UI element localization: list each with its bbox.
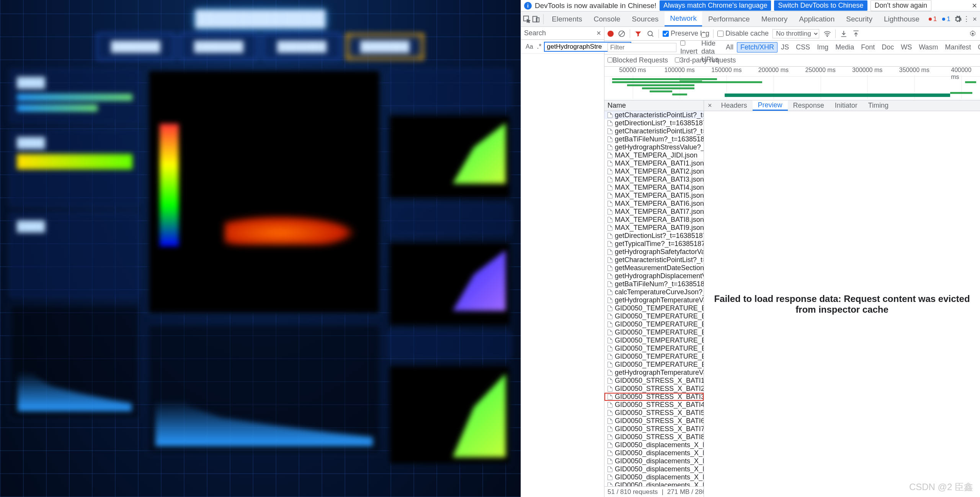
- search-icon[interactable]: [646, 30, 655, 38]
- type-filter-font[interactable]: Font: [858, 42, 878, 52]
- issues-indicator[interactable]: 1: [940, 15, 952, 23]
- request-row[interactable]: GID0050_TEMPERATURE_BATI3.json: [604, 320, 704, 328]
- type-filter-css[interactable]: CSS: [792, 42, 813, 52]
- type-filter-fetch-xhr[interactable]: Fetch/XHR: [737, 42, 777, 52]
- detail-tab-preview[interactable]: Preview: [753, 100, 788, 111]
- throttling-select[interactable]: No throttling: [773, 29, 819, 38]
- request-row[interactable]: getHydrographSafetyfactorValue?_t=: [604, 248, 704, 256]
- infobar-close-icon[interactable]: ×: [972, 1, 977, 11]
- type-filter-ws[interactable]: WS: [897, 42, 915, 52]
- request-row[interactable]: GID0050_STRESS_X_BATI5.json: [604, 409, 704, 417]
- request-row[interactable]: GID0050_TEMPERATURE_BATI1.json: [604, 304, 704, 312]
- main-tab-performance[interactable]: Performance: [703, 11, 755, 26]
- type-filter-js[interactable]: JS: [777, 42, 792, 52]
- request-row[interactable]: GID0050_TEMPERATURE_BATI8.json: [604, 361, 704, 369]
- request-row[interactable]: GID0050_STRESS_X_BATI4.json: [604, 401, 704, 409]
- search-regex-toggle[interactable]: .*: [537, 43, 542, 51]
- more-icon[interactable]: ⋮: [963, 13, 970, 26]
- request-row[interactable]: getHydrographDisplacementValue?_t: [604, 272, 704, 280]
- main-tab-elements[interactable]: Elements: [547, 11, 588, 26]
- search-close-icon[interactable]: ×: [596, 29, 601, 38]
- request-row[interactable]: GID0050_displacements_X_BATI3.json: [604, 457, 704, 465]
- request-row[interactable]: GID0050_STRESS_X_BATI2.json: [604, 385, 704, 393]
- name-column-header[interactable]: Name: [604, 100, 704, 111]
- clear-icon[interactable]: [617, 30, 626, 38]
- device-toolbar-icon[interactable]: [532, 13, 540, 26]
- filter-icon[interactable]: [634, 30, 642, 38]
- main-tab-memory[interactable]: Memory: [756, 11, 793, 26]
- import-har-icon[interactable]: [840, 30, 848, 38]
- request-row[interactable]: getCharacteristicPointList?_t=163851: [604, 256, 704, 264]
- type-filter-wasm[interactable]: Wasm: [915, 42, 941, 52]
- request-row[interactable]: MAX_TEMPERA_BATI7.json: [604, 208, 704, 216]
- infobar-switch-lang-button[interactable]: Switch DevTools to Chinese: [774, 0, 867, 11]
- disable-cache-checkbox[interactable]: Disable cache: [717, 30, 769, 38]
- request-row[interactable]: MAX_TEMPERA_BATI4.json: [604, 184, 704, 192]
- request-row[interactable]: MAX_TEMPERA_BATI9.json: [604, 224, 704, 232]
- request-row[interactable]: MAX_TEMPERA_BATI6.json: [604, 200, 704, 208]
- type-filter-manifest[interactable]: Manifest: [942, 42, 975, 52]
- detail-tab-response[interactable]: Response: [788, 100, 830, 111]
- request-row[interactable]: GID0050_STRESS_X_BATI6.json: [604, 417, 704, 425]
- request-row[interactable]: getMeasurementDateSection?_t=163: [604, 264, 704, 272]
- dashboard-btn-3[interactable]: ███████: [263, 33, 341, 60]
- request-row[interactable]: MAX_TEMPERA_BATI5.json: [604, 192, 704, 200]
- request-row[interactable]: GID0050_displacements_X_BATI5.json: [604, 473, 704, 481]
- infobar-match-lang-button[interactable]: Always match Chrome's language: [660, 0, 771, 11]
- main-tab-network[interactable]: Network: [665, 11, 702, 26]
- request-row[interactable]: MAX_TEMPERA_BATI8.json: [604, 216, 704, 224]
- record-button[interactable]: [608, 31, 614, 37]
- request-row[interactable]: GID0050_displacements_X_BATI6.json: [604, 481, 704, 486]
- blocked-requests-checkbox[interactable]: Blocked Requests: [608, 56, 668, 64]
- request-row[interactable]: MAX_TEMPERA_BATI2.json: [604, 167, 704, 176]
- main-tab-console[interactable]: Console: [588, 11, 626, 26]
- errors-indicator[interactable]: 1: [926, 15, 939, 23]
- request-row[interactable]: GID0050_TEMPERATURE_BATI2.json: [604, 312, 704, 320]
- request-row[interactable]: getBaTiFileNum?_t=1638518788&pro: [604, 135, 704, 143]
- request-row[interactable]: GID0050_TEMPERATURE_BATI5.json: [604, 336, 704, 344]
- type-filter-img[interactable]: Img: [813, 42, 832, 52]
- request-row[interactable]: getBaTiFileNum?_t=1638518837&pro: [604, 280, 704, 288]
- request-row[interactable]: GID0050_TEMPERATURE_BATI7.json: [604, 353, 704, 361]
- dashboard-btn-4[interactable]: ███████: [346, 33, 424, 60]
- request-row[interactable]: MAX_TEMPERA_BATI1.json: [604, 159, 704, 167]
- detail-close-icon[interactable]: ×: [704, 102, 716, 110]
- request-row[interactable]: GID0050_displacements_X_BATI2.json: [604, 449, 704, 457]
- request-row[interactable]: getTypicalTime?_t=1638518788&proj: [604, 240, 704, 248]
- dashboard-btn-1[interactable]: ███████: [96, 33, 175, 60]
- main-tab-application[interactable]: Application: [794, 11, 840, 26]
- detail-tab-timing[interactable]: Timing: [863, 100, 894, 111]
- detail-tab-initiator[interactable]: Initiator: [830, 100, 863, 111]
- main-tab-lighthouse[interactable]: Lighthouse: [879, 11, 925, 26]
- request-row[interactable]: getCharacteristicPointList?_t=163851: [604, 111, 704, 119]
- network-conditions-icon[interactable]: [823, 30, 831, 38]
- request-row[interactable]: MAX_TEMPERA_BATI3.json: [604, 176, 704, 184]
- request-row[interactable]: getCharacteristicPointList?_t=163851: [604, 127, 704, 135]
- invert-checkbox[interactable]: Invert: [680, 39, 697, 56]
- request-row[interactable]: GID0050_TEMPERATURE_BATI6.json: [604, 344, 704, 353]
- detail-tab-headers[interactable]: Headers: [716, 100, 753, 111]
- request-row[interactable]: getHydrographTemperatureValue?_t=: [604, 369, 704, 377]
- search-case-toggle[interactable]: Aa: [524, 43, 535, 51]
- third-party-checkbox[interactable]: 3rd-party requests: [675, 56, 736, 64]
- dashboard-btn-2[interactable]: ███████: [180, 33, 258, 60]
- request-row[interactable]: GID0050_STRESS_X_BATI3.json: [604, 393, 704, 401]
- request-row[interactable]: getDirectionList?_t=1638518788: [604, 119, 704, 127]
- request-list[interactable]: getCharacteristicPointList?_t=163851getD…: [604, 111, 704, 486]
- request-row[interactable]: MAX_TEMPERA_JIDI.json: [604, 151, 704, 159]
- infobar-dismiss-button[interactable]: Don't show again: [871, 0, 932, 11]
- type-filter-all[interactable]: All: [722, 42, 737, 52]
- main-3d-viewer[interactable]: [147, 69, 381, 315]
- network-settings-icon[interactable]: [969, 30, 977, 38]
- type-filter-media[interactable]: Media: [832, 42, 858, 52]
- main-tab-sources[interactable]: Sources: [627, 11, 664, 26]
- request-row[interactable]: GID0050_displacements_X_BATI4.json: [604, 465, 704, 473]
- request-row[interactable]: GID0050_STRESS_X_BATI1.json: [604, 377, 704, 385]
- request-row[interactable]: calcTemperatureCurveJson?_t=16385: [604, 288, 704, 296]
- request-row[interactable]: GID0050_TEMPERATURE_BATI4.json: [604, 328, 704, 336]
- request-row[interactable]: GID0050_STRESS_X_BATI8.json: [604, 433, 704, 441]
- settings-icon[interactable]: [954, 13, 962, 26]
- request-row[interactable]: getDirectionList?_t=1638518788: [604, 232, 704, 240]
- devtools-close-icon[interactable]: ×: [971, 13, 978, 26]
- request-row[interactable]: GID0050_STRESS_X_BATI7.json: [604, 425, 704, 433]
